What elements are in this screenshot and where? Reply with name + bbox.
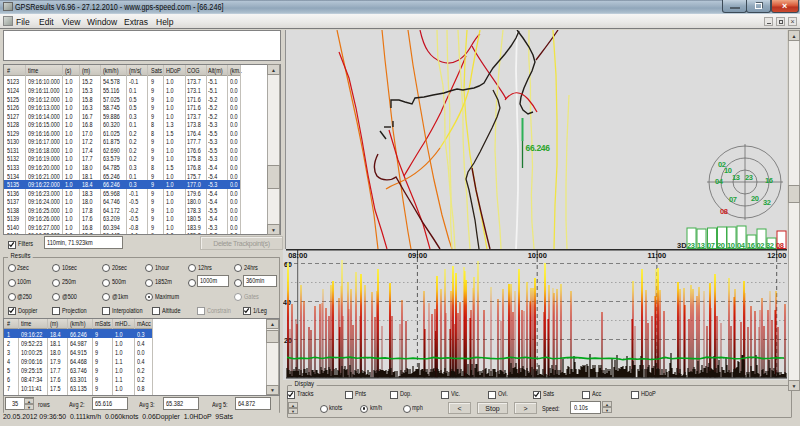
svg-text:20: 20 (751, 194, 759, 203)
svg-text:04: 04 (715, 177, 724, 186)
svg-text:32: 32 (766, 241, 774, 249)
svg-text:13: 13 (732, 173, 740, 182)
svg-text:16: 16 (747, 241, 755, 249)
svg-text:66.246: 66.246 (526, 143, 551, 153)
svg-text:08: 08 (720, 207, 728, 216)
svg-text:04: 04 (737, 241, 746, 249)
svg-text:07: 07 (707, 241, 715, 249)
svg-text:07: 07 (729, 195, 737, 204)
svg-text:02: 02 (757, 241, 765, 249)
svg-text:10: 10 (727, 241, 735, 249)
svg-text:32: 32 (763, 198, 771, 207)
svg-text:23: 23 (745, 173, 753, 182)
svg-text:08: 08 (776, 241, 784, 249)
svg-text:3D: 3D (677, 241, 687, 249)
svg-text:20: 20 (717, 241, 725, 249)
svg-text:10: 10 (724, 166, 732, 175)
svg-text:40: 40 (283, 299, 291, 306)
svg-text:16: 16 (765, 176, 773, 185)
svg-text:23: 23 (687, 241, 695, 249)
svg-text:13: 13 (697, 241, 705, 249)
